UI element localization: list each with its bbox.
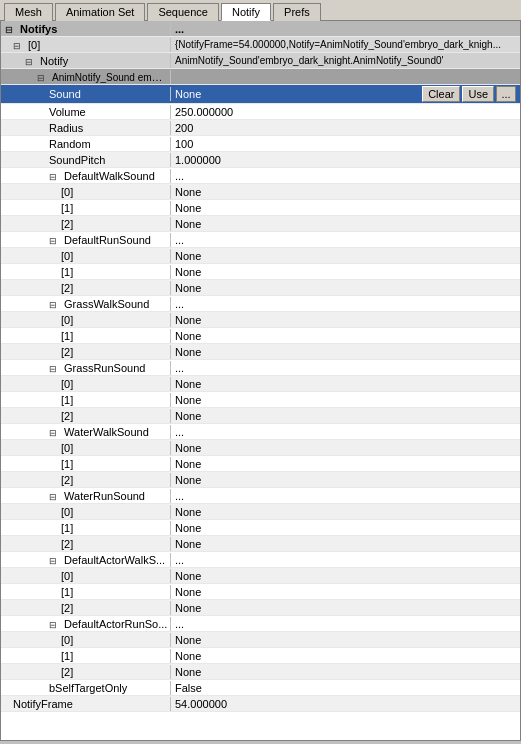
defaultactorwalks-0-value: None (171, 569, 520, 583)
volume-label: Volume (1, 105, 171, 119)
defaultrunsound-2-value: None (171, 281, 520, 295)
defaultrunsound-0-row[interactable]: [0] None (1, 248, 520, 264)
notifyframe-label: NotifyFrame (1, 697, 171, 711)
grassrunsound-1-value: None (171, 393, 520, 407)
grasswalksound-value: ... (171, 297, 520, 311)
soundpitch-row[interactable]: SoundPitch 1.000000 (1, 152, 520, 168)
waterrunsound-2-label: [2] (1, 537, 171, 551)
use-button[interactable]: Use (462, 86, 494, 102)
bselftargetonly-row[interactable]: bSelfTargetOnly False (1, 680, 520, 696)
expand-icon: ⊟ (5, 25, 15, 35)
sound-value-container: None Clear Use ... (171, 85, 520, 103)
defaultactorwalks-label: ⊟ DefaultActorWalkS... (1, 553, 171, 567)
soundpitch-label: SoundPitch (1, 153, 171, 167)
defaultwalksound-0-row[interactable]: [0] None (1, 184, 520, 200)
grasswalksound-row[interactable]: ⊟ GrassWalkSound ... (1, 296, 520, 312)
waterrunsound-row[interactable]: ⊟ WaterRunSound ... (1, 488, 520, 504)
defaultactorruns-2-row[interactable]: [2] None (1, 664, 520, 680)
defaultrunsound-1-label: [1] (1, 265, 171, 279)
waterrunsound-0-row[interactable]: [0] None (1, 504, 520, 520)
defaultrunsound-0-label: [0] (1, 249, 171, 263)
waterwalksound-1-row[interactable]: [1] None (1, 456, 520, 472)
grasswalksound-label: ⊟ GrassWalkSound (1, 297, 171, 311)
grasswalksound-1-row[interactable]: [1] None (1, 328, 520, 344)
defaultrunsound-row[interactable]: ⊟ DefaultRunSound ... (1, 232, 520, 248)
defaultactorwalks-1-value: None (171, 585, 520, 599)
defaultwalksound-2-label: [2] (1, 217, 171, 231)
defaultwalksound-2-value: None (171, 217, 520, 231)
grassrunsound-2-row[interactable]: [2] None (1, 408, 520, 424)
bselftargetonly-label: bSelfTargetOnly (1, 681, 171, 695)
defaultactorwalks-1-row[interactable]: [1] None (1, 584, 520, 600)
notify-label: ⊟ Notify (1, 54, 171, 68)
grassrunsound-value: ... (171, 361, 520, 375)
random-row[interactable]: Random 100 (1, 136, 520, 152)
volume-row[interactable]: Volume 250.000000 (1, 104, 520, 120)
clear-button[interactable]: Clear (422, 86, 460, 102)
waterrunsound-1-label: [1] (1, 521, 171, 535)
defaultactorruns-0-row[interactable]: [0] None (1, 632, 520, 648)
grasswalksound-2-label: [2] (1, 345, 171, 359)
grasswalksound-2-row[interactable]: [2] None (1, 344, 520, 360)
defaultactorwalks-row[interactable]: ⊟ DefaultActorWalkS... ... (1, 552, 520, 568)
waterwalksound-2-row[interactable]: [2] None (1, 472, 520, 488)
waterrunsound-value: ... (171, 489, 520, 503)
bselftargetonly-value: False (171, 681, 520, 695)
grasswalksound-0-row[interactable]: [0] None (1, 312, 520, 328)
soundpitch-value: 1.000000 (171, 153, 520, 167)
waterwalksound-1-label: [1] (1, 457, 171, 471)
notifys-row[interactable]: ⊟ Notifys ... (1, 21, 520, 37)
dots-button[interactable]: ... (496, 86, 516, 102)
tab-notify[interactable]: Notify (221, 3, 271, 21)
tab-animation-set[interactable]: Animation Set (55, 3, 145, 21)
defaultwalksound-label: ⊟ DefaultWalkSound (1, 169, 171, 183)
defaultrunsound-label: ⊟ DefaultRunSound (1, 233, 171, 247)
tab-mesh[interactable]: Mesh (4, 3, 53, 21)
defaultwalksound-2-row[interactable]: [2] None (1, 216, 520, 232)
main-content: ⊟ Notifys ... ⊟ [0] {NotifyFrame=54.0000… (0, 21, 521, 741)
volume-value: 250.000000 (171, 105, 520, 119)
notify-row[interactable]: ⊟ Notify AnimNotify_Sound'embryo_dark_kn… (1, 53, 520, 69)
grasswalksound-0-value: None (171, 313, 520, 327)
grassrunsound-1-row[interactable]: [1] None (1, 392, 520, 408)
grassrunsound-0-row[interactable]: [0] None (1, 376, 520, 392)
defaultactorruns-row[interactable]: ⊟ DefaultActorRunSo... ... (1, 616, 520, 632)
defaultrunsound-value: ... (171, 233, 520, 247)
item0-expand-icon: ⊟ (13, 41, 23, 51)
notifyframe-row[interactable]: NotifyFrame 54.000000 (1, 696, 520, 712)
waterrunsound-2-row[interactable]: [2] None (1, 536, 520, 552)
waterwalksound-0-label: [0] (1, 441, 171, 455)
sound-row[interactable]: Sound None Clear Use ... (1, 85, 520, 104)
waterwalksound-0-value: None (171, 441, 520, 455)
defaultactorwalks-0-row[interactable]: [0] None (1, 568, 520, 584)
radius-row[interactable]: Radius 200 (1, 120, 520, 136)
defaultactorwalks-2-value: None (171, 601, 520, 615)
waterrunsound-0-label: [0] (1, 505, 171, 519)
defaultactorruns-2-label: [2] (1, 665, 171, 679)
waterwalksound-label: ⊟ WaterWalkSound (1, 425, 171, 439)
waterwalksound-row[interactable]: ⊟ WaterWalkSound ... (1, 424, 520, 440)
sound-action-buttons: Clear Use ... (422, 86, 516, 102)
defaultactorruns-1-label: [1] (1, 649, 171, 663)
tab-prefs[interactable]: Prefs (273, 3, 321, 21)
defaultactorwalks-2-row[interactable]: [2] None (1, 600, 520, 616)
random-label: Random (1, 137, 171, 151)
defaultactorruns-1-row[interactable]: [1] None (1, 648, 520, 664)
defaultwalksound-0-label: [0] (1, 185, 171, 199)
sound-label: Sound (1, 87, 171, 101)
grassrunsound-row[interactable]: ⊟ GrassRunSound ... (1, 360, 520, 376)
waterwalksound-0-row[interactable]: [0] None (1, 440, 520, 456)
waterwalksound-value: ... (171, 425, 520, 439)
defaultactorwalks-value: ... (171, 553, 520, 567)
defaultrunsound-1-row[interactable]: [1] None (1, 264, 520, 280)
item0-row[interactable]: ⊟ [0] {NotifyFrame=54.000000,Notify=Anim… (1, 37, 520, 53)
grassrunsound-0-label: [0] (1, 377, 171, 391)
defaultrunsound-2-row[interactable]: [2] None (1, 280, 520, 296)
notifyframe-value: 54.000000 (171, 697, 520, 711)
tree-container: ⊟ Notifys ... ⊟ [0] {NotifyFrame=54.0000… (1, 21, 520, 712)
defaultwalksound-row[interactable]: ⊟ DefaultWalkSound ... (1, 168, 520, 184)
grasswalksound-0-label: [0] (1, 313, 171, 327)
waterrunsound-1-row[interactable]: [1] None (1, 520, 520, 536)
defaultwalksound-1-row[interactable]: [1] None (1, 200, 520, 216)
tab-sequence[interactable]: Sequence (147, 3, 219, 21)
